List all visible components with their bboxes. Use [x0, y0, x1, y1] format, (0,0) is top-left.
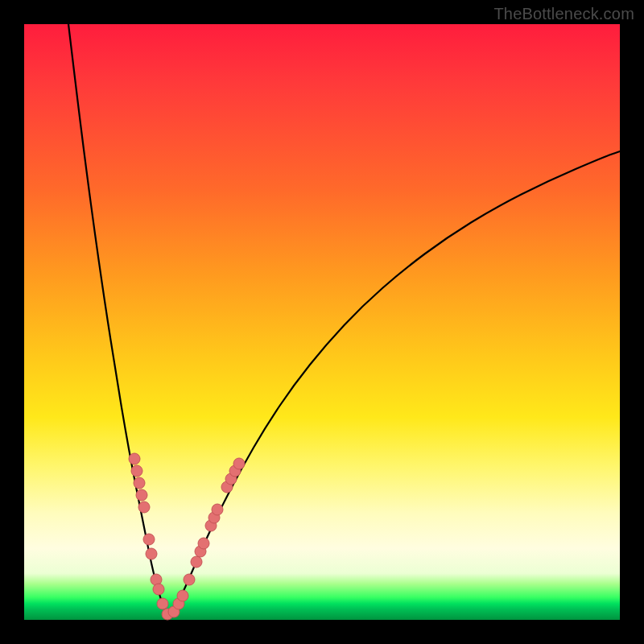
data-dot [131, 465, 142, 477]
data-dot [138, 502, 150, 513]
watermark-text: TheBottleneck.com [493, 5, 634, 23]
bottleneck-curve [24, 24, 620, 620]
data-dot [198, 538, 209, 549]
data-dot [157, 598, 168, 609]
data-dot [177, 590, 188, 601]
chart-frame: TheBottleneck.com [0, 0, 644, 644]
data-dot [191, 556, 202, 568]
curve-dots [129, 453, 245, 620]
data-dot [153, 584, 164, 595]
data-dot [134, 477, 145, 489]
data-dot [136, 489, 147, 501]
data-dot [184, 574, 195, 585]
data-dot [233, 458, 245, 469]
curve-left-branch [68, 24, 169, 617]
data-dot [146, 548, 157, 559]
data-dot [129, 453, 140, 464]
plot-area [24, 24, 620, 620]
data-dot [212, 504, 223, 515]
data-dot [143, 534, 155, 545]
curve-right-branch [169, 151, 620, 617]
